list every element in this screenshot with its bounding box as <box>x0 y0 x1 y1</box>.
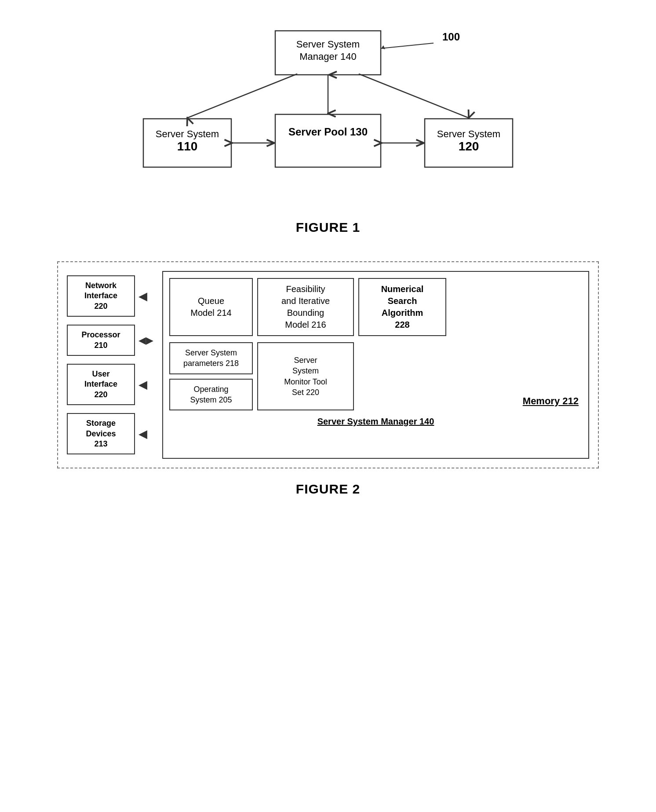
svg-text:Manager 140: Manager 140 <box>299 51 357 62</box>
network-arrow-left: ◀ <box>138 289 147 303</box>
user-interface-arrow: ◀ <box>138 378 147 391</box>
user-interface-box: User Interface 220 <box>67 364 135 405</box>
svg-line-12 <box>381 43 434 48</box>
svg-text:100: 100 <box>442 31 460 43</box>
figure2-label: FIGURE 2 <box>40 482 616 497</box>
svg-text:Server Pool 130: Server Pool 130 <box>288 126 368 138</box>
monitor-tool-box: Server System Monitor Tool Set 220 <box>257 342 354 410</box>
figure1-section: Server System Manager 140 100 Server Sys… <box>26 18 630 252</box>
svg-line-5 <box>187 74 297 118</box>
figure1-label: FIGURE 1 <box>296 220 360 235</box>
user-interface-label: User Interface 220 <box>84 369 117 400</box>
storage-devices-item: Storage Devices 213 ◀ <box>67 413 153 454</box>
server-params-label: Server System parameters 218 <box>183 347 239 369</box>
network-interface-label: Network Interface 220 <box>84 281 117 311</box>
memory-label: Memory 212 <box>523 395 579 407</box>
server-manager-text: Server System Manager 140 <box>317 417 434 426</box>
feasibility-box: Feasibility and Iterative Bounding Model… <box>257 278 354 336</box>
fig2-left-column: Network Interface 220 ◀ Processor 210 ◀▶ <box>67 271 162 459</box>
queue-model-label: Queue Model 214 <box>190 295 231 319</box>
figure2-diagram: Network Interface 220 ◀ Processor 210 ◀▶ <box>57 261 599 468</box>
numerical-search-box: Numerical Search Algorithm 228 <box>358 278 446 336</box>
svg-text:110: 110 <box>177 139 198 153</box>
processor-label: Processor 210 <box>81 330 120 351</box>
storage-arrow: ◀ <box>138 427 147 441</box>
figure2-section: Network Interface 220 ◀ Processor 210 ◀▶ <box>40 261 616 497</box>
numerical-search-label: Numerical Search Algorithm 228 <box>381 283 424 331</box>
server-system-manager-label: Server System Manager 140 <box>169 417 582 427</box>
storage-devices-box: Storage Devices 213 <box>67 413 135 454</box>
server-params-box: Server System parameters 218 <box>169 342 253 374</box>
figure2-inner: Network Interface 220 ◀ Processor 210 ◀▶ <box>67 271 589 459</box>
memory-area: Memory 212 <box>358 342 582 410</box>
network-interface-item: Network Interface 220 ◀ <box>67 275 153 317</box>
network-interface-box: Network Interface 220 <box>67 275 135 317</box>
monitor-tool-label: Server System Monitor Tool Set 220 <box>284 355 327 398</box>
storage-devices-label: Storage Devices 213 <box>86 418 116 449</box>
fig2-bottom-area: Server System parameters 218 Operating S… <box>169 342 582 410</box>
svg-rect-2 <box>275 114 381 167</box>
operating-system-box: Operating System 205 <box>169 379 253 411</box>
processor-arrow: ◀▶ <box>138 335 153 346</box>
processor-item: Processor 210 ◀▶ <box>67 325 153 356</box>
svg-text:120: 120 <box>459 139 479 153</box>
fig2-top-row: Queue Model 214 Feasibility and Iterativ… <box>169 278 582 336</box>
svg-text:Server System: Server System <box>156 128 219 139</box>
operating-system-label: Operating System 205 <box>190 384 232 406</box>
fig2-right-section: Queue Model 214 Feasibility and Iterativ… <box>162 271 589 459</box>
feasibility-label: Feasibility and Iterative Bounding Model… <box>281 283 330 331</box>
fig2-bottom-left: Server System parameters 218 Operating S… <box>169 342 253 410</box>
queue-model-box: Queue Model 214 <box>169 278 253 336</box>
svg-line-6 <box>359 74 469 118</box>
processor-box: Processor 210 <box>67 325 135 356</box>
svg-text:Server System: Server System <box>437 128 500 139</box>
svg-text:Server System: Server System <box>296 39 360 50</box>
user-interface-item: User Interface 220 ◀ <box>67 364 153 405</box>
